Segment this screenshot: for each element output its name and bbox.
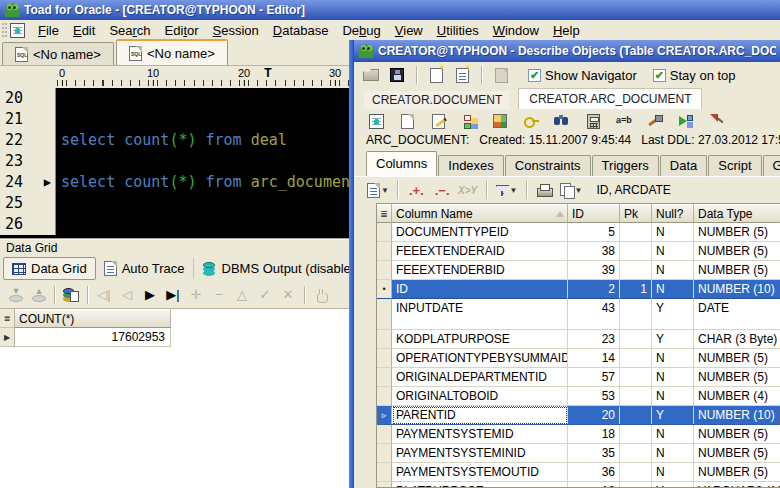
menu-editor[interactable]: Editor — [158, 21, 206, 40]
row-indicator[interactable] — [377, 482, 392, 488]
cell-name[interactable]: PARENTID — [392, 406, 568, 425]
add-column-button[interactable]: .+. — [405, 179, 428, 201]
copy-grid-button[interactable]: ▼ — [559, 179, 584, 201]
cancel-edit-button[interactable]: ✕ — [277, 284, 299, 306]
table-row[interactable]: FEEEXTENDERBID39NNUMBER (5) — [377, 261, 780, 280]
cell-name[interactable]: FEEEXTENDERAID — [392, 242, 568, 261]
column-layout-button[interactable]: ▼ — [366, 179, 390, 201]
data-grid-tab-0[interactable]: Data Grid — [3, 257, 96, 280]
editor-line[interactable]: 20 — [0, 88, 349, 109]
cell-name[interactable]: PAYMENTSYSTEMOUTID — [392, 463, 568, 482]
cell-name[interactable]: FEEEXTENDERBID — [392, 261, 568, 280]
cell-id[interactable]: 16 — [568, 482, 620, 488]
cell-type[interactable]: NUMBER (5) — [694, 223, 780, 242]
cell-pk[interactable] — [620, 482, 652, 488]
cell-id[interactable]: 14 — [568, 349, 620, 368]
cell-type[interactable]: NUMBER (4) — [694, 387, 780, 406]
table-row[interactable]: FEEEXTENDERAID38NNUMBER (5) — [377, 242, 780, 261]
count-column-header[interactable]: COUNT(*) — [15, 309, 171, 328]
main-titlebar[interactable]: Toad for Oracle - [CREATOR@TYPHOON - Edi… — [0, 0, 780, 20]
menu-utilities[interactable]: Utilities — [430, 21, 486, 40]
table-row[interactable]: PLATPURPOSE16YVARCHAR2 (160 B — [377, 482, 780, 488]
row-indicator[interactable] — [377, 242, 392, 261]
detail-tab-data[interactable]: Data — [660, 155, 707, 176]
first-record-button[interactable]: ◁| — [93, 284, 115, 306]
count-rows-button[interactable] — [582, 110, 604, 132]
cell-pk[interactable] — [620, 406, 652, 425]
cell-type[interactable]: NUMBER (5) — [694, 242, 780, 261]
described-object-tab-1[interactable]: CREATOR.ARC_DOCUMENT — [518, 88, 702, 109]
cell-type[interactable]: NUMBER (5) — [694, 349, 780, 368]
cell-name[interactable]: PLATPURPOSE — [392, 482, 568, 488]
cell-type[interactable]: NUMBER (5) — [694, 425, 780, 444]
cell-pk[interactable] — [620, 387, 652, 406]
grid-corner-cell[interactable]: ≣ — [0, 309, 15, 328]
column-header-data-type[interactable]: Data Type — [694, 204, 780, 223]
menu-edit[interactable]: Edit — [66, 21, 102, 40]
table-row[interactable]: KODPLATPURPOSE23YCHAR (3 Byte) — [377, 330, 780, 349]
cell-id[interactable]: 2 — [568, 280, 620, 299]
cell-id[interactable]: 35 — [568, 444, 620, 463]
row-indicator[interactable] — [377, 444, 392, 463]
column-header-pk[interactable]: Pk — [620, 204, 652, 223]
cell-name[interactable]: PAYMENTSYSTEMINID — [392, 444, 568, 463]
column-header-id[interactable]: ID — [568, 204, 620, 223]
cell-id[interactable]: 57 — [568, 368, 620, 387]
editor-tab-0[interactable]: <No name> — [2, 42, 114, 65]
cell-type[interactable]: NUMBER (5) — [694, 368, 780, 387]
cell-null[interactable]: N — [652, 387, 694, 406]
cell-name[interactable]: INPUTDATE — [392, 299, 568, 330]
cell-name[interactable]: OPERATIONTYPEBYSUMMAID — [392, 349, 568, 368]
cell-id[interactable]: 53 — [568, 387, 620, 406]
editor-tab-1[interactable]: <No name> — [116, 39, 228, 65]
table-row[interactable]: DOCUMENTTYPEID5NNUMBER (5) — [377, 223, 780, 242]
save-button[interactable] — [386, 64, 408, 86]
cell-null[interactable]: Y — [652, 330, 694, 349]
open-button[interactable] — [360, 64, 382, 86]
cell-pk[interactable] — [620, 242, 652, 261]
delete-record-button[interactable]: − — [208, 284, 230, 306]
show-navigator-checkbox[interactable]: ✔ Show Navigator — [528, 68, 637, 83]
rebuild-button[interactable] — [644, 110, 666, 132]
cell-id[interactable]: 23 — [568, 330, 620, 349]
menu-session[interactable]: Session — [206, 21, 266, 40]
sql-editor[interactable]: 202122select count(*) from deal2324▶sele… — [0, 88, 349, 238]
data-grid-tab-1[interactable]: Auto Trace — [96, 258, 194, 279]
cell-pk[interactable] — [620, 349, 652, 368]
cell-null[interactable]: N — [652, 223, 694, 242]
cell-type[interactable]: NUMBER (5) — [694, 261, 780, 280]
cell-type[interactable]: CHAR (3 Byte) — [694, 330, 780, 349]
table-row[interactable]: PAYMENTSYSTEMID18NNUMBER (5) — [377, 425, 780, 444]
grab-scroll-button[interactable] — [310, 284, 332, 306]
table-row[interactable]: PAYMENTSYSTEMOUTID36NNUMBER (5) — [377, 463, 780, 482]
describe-titlebar[interactable]: CREATOR@TYPHOON - Describe Objects (Tabl… — [354, 40, 780, 62]
detail-tab-triggers[interactable]: Triggers — [592, 155, 659, 176]
cell-name[interactable]: KODPLATPURPOSE — [392, 330, 568, 349]
cell-null[interactable]: N — [652, 425, 694, 444]
row-indicator[interactable] — [377, 463, 392, 482]
fetch-load-button[interactable] — [27, 284, 49, 306]
privileges-key-button[interactable] — [520, 110, 542, 132]
edit-record-button[interactable]: △ — [231, 284, 253, 306]
menu-debug[interactable]: Debug — [335, 21, 387, 40]
cell-name[interactable]: ORIGINALDEPARTMENTID — [392, 368, 568, 387]
cell-id[interactable]: 20 — [568, 406, 620, 425]
cell-null[interactable]: N — [652, 280, 694, 299]
row-indicator[interactable]: ▹ — [377, 406, 392, 425]
cell-id[interactable]: 5 — [568, 223, 620, 242]
cell-pk[interactable] — [620, 299, 652, 330]
row-indicator[interactable] — [377, 368, 392, 387]
cell-null[interactable]: Y — [652, 299, 694, 330]
detail-tab-constraints[interactable]: Constraints — [505, 155, 591, 176]
detail-tab-indexes[interactable]: Indexes — [438, 155, 504, 176]
detail-tab-script[interactable]: Script — [708, 155, 761, 176]
cell-id[interactable]: 39 — [568, 261, 620, 280]
row-indicator[interactable] — [377, 330, 392, 349]
cell-null[interactable]: Y — [652, 482, 694, 488]
row-indicator[interactable] — [377, 349, 392, 368]
cell-pk[interactable]: 1 — [620, 280, 652, 299]
editor-line[interactable]: 23 — [0, 151, 349, 172]
menu-database[interactable]: Database — [266, 21, 336, 40]
table-row[interactable]: •ID21NNUMBER (10) — [377, 280, 780, 299]
cell-type[interactable]: DATE — [694, 299, 780, 330]
